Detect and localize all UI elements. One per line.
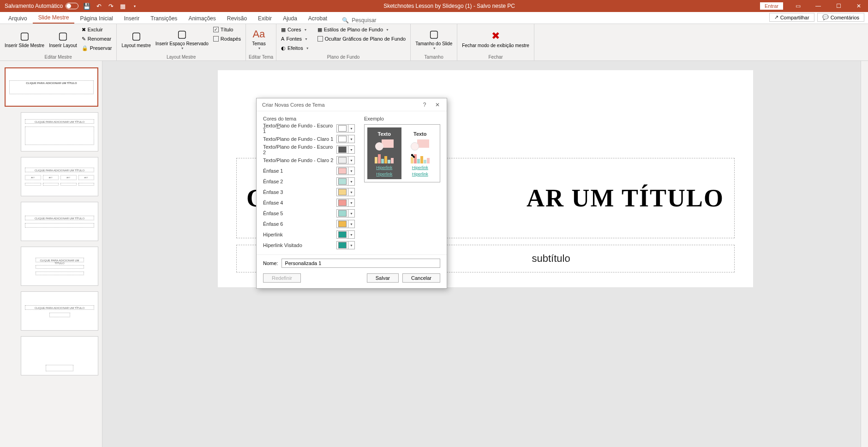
ocultar-checkbox[interactable]: Ocultar Gráficos de Plano de Fundo [316,34,407,43]
titlebar: Salvamento Automático 💾 ↶ ↷ ▦ ▾ Sketchno… [0,0,868,12]
color-dropdown-enfase4[interactable]: ▼ [336,199,355,207]
autosave-toggle[interactable]: Salvamento Automático [5,3,78,9]
layout-thumb-5[interactable]: CLIQUE PARA ADICIONAR UM TÍTULO [0,289,102,333]
layout-thumb-3[interactable]: CLIQUE PARA ADICIONAR UM TÍTULO [0,199,102,244]
redefinir-button[interactable]: Redefinir [263,273,301,283]
layout-thumb-4[interactable]: CLIQUE PARA ADICIONAR UM TÍTULO [0,244,102,289]
color-dropdown-enfase5[interactable]: ▼ [336,209,355,217]
row-label: Ênfase 6 [263,221,283,227]
master-thumb[interactable]: 1 CLIQUE PARA ADICIONAR UM TÍTULO [0,65,102,109]
rodapes-label: Rodapés [221,36,241,42]
layout-thumb-6[interactable] [0,333,102,378]
excluir-button[interactable]: ✖Excluir [80,25,114,34]
present-icon[interactable]: ▦ [119,2,126,10]
thumbnail-panel[interactable]: 1 CLIQUE PARA ADICIONAR UM TÍTULO CLIQUE… [0,61,102,447]
tab-animacoes[interactable]: Animações [183,13,221,24]
tab-exibir[interactable]: Exibir [252,13,277,24]
temas-label: Temas [252,41,265,47]
ribbon-tabs-right: ↗ Compartilhar 💬 Comentários [769,13,864,22]
preview-link-dark-2: Hiperlink [376,172,392,176]
autosave-label: Salvamento Automático [5,3,63,9]
inserir-slide-mestre-button[interactable]: ▢ Inserir Slide Mestre [3,25,46,54]
tab-pagina-inicial[interactable]: Página Inicial [74,13,118,24]
efeitos-button[interactable]: ◐Efeitos▼ [279,43,311,53]
chevron-down-icon: ▼ [348,231,354,238]
tab-slide-mestre[interactable]: Slide Mestre [33,12,75,24]
theme-colors-dialog: Criar Novas Cores de Tema ? ✕ Cores do t… [256,98,447,289]
signin-button[interactable]: Entrar [760,2,783,10]
minimize-icon[interactable]: — [809,0,827,12]
bar [417,159,420,163]
toggle-icon[interactable] [66,3,78,9]
color-dropdown-enfase1[interactable]: ▼ [336,167,355,175]
qat-more-icon[interactable]: ▾ [131,2,138,10]
temas-button[interactable]: Aa Temas ▼ [249,25,269,54]
titlebar-right: Entrar ▭ — ☐ ✕ [760,0,868,12]
slide-editor[interactable]: Cliqu ar um título subtítulo [102,61,868,447]
search-box[interactable]: 🔍 Pesquisar [342,17,376,24]
color-dropdown-escuro1[interactable]: ▼ [336,124,355,133]
layout-mestre-button[interactable]: ▢ Layout mestre [120,25,152,54]
tab-revisao[interactable]: Revisão [221,13,252,24]
preservar-button[interactable]: 🔒Preservar [80,43,114,53]
cancelar-button[interactable]: Cancelar [402,273,440,283]
renomear-button[interactable]: ✎Renomear [80,34,114,43]
color-swatch [338,125,347,132]
inserir-espaco-button[interactable]: ▢ Inserir Espaço Reservado ▼ [154,25,210,54]
titulo-checkbox[interactable]: Título [211,25,243,34]
dialog-titlebar[interactable]: Criar Novas Cores de Tema ? ✕ [257,98,447,111]
fontes-button[interactable]: AFontes▼ [279,34,311,43]
tab-transicoes[interactable]: Transições [145,13,183,24]
help-icon[interactable]: ? [418,99,431,110]
color-dropdown-hiperlink-visitado[interactable]: ▼ [336,241,355,249]
tab-inserir[interactable]: Inserir [119,13,145,24]
tab-acrobat[interactable]: Acrobat [303,13,333,24]
thumb-slide[interactable]: CLIQUE PARA ADICIONAR UM TÍTULO [21,202,98,241]
salvar-button[interactable]: Salvar [367,273,399,283]
bar [424,160,426,163]
thumb-slide[interactable]: CLIQUE PARA ADICIONAR UM TÍTULO [21,112,98,151]
color-dropdown-claro1[interactable]: ▼ [336,135,355,143]
row-label: Hiperlink [263,232,283,237]
color-dropdown-hiperlink[interactable]: ▼ [336,230,355,239]
cores-button[interactable]: ▦Cores▼ [279,25,311,34]
rodapes-checkbox[interactable]: Rodapés [211,34,243,43]
layout-thumb-2[interactable]: CLIQUE PARA ADICIONAR UM TÍTULO AKT AKT … [0,154,102,199]
fechar-modo-button[interactable]: ✖ Fechar modo de exibição mestre [460,25,531,54]
ribbon-options-icon[interactable]: ▭ [789,0,807,12]
color-dropdown-enfase6[interactable]: ▼ [336,220,355,228]
tab-arquivo[interactable]: Arquivo [3,13,33,24]
close-icon[interactable]: ✕ [850,0,868,12]
save-icon[interactable]: 💾 [83,2,90,10]
tamanho-slide-button[interactable]: ▢ Tamanho do Slide ▼ [413,25,454,54]
maximize-icon[interactable]: ☐ [829,0,848,12]
thumb-slide[interactable]: CLIQUE PARA ADICIONAR UM TÍTULO AKT AKT … [21,157,98,196]
dialog-close-icon[interactable]: ✕ [431,99,444,110]
thumb-slide-master[interactable]: CLIQUE PARA ADICIONAR UM TÍTULO [5,67,98,107]
search-placeholder: Pesquisar [352,17,376,24]
nome-input[interactable] [281,259,440,268]
color-dropdown-enfase3[interactable]: ▼ [336,188,355,196]
color-dropdown-escuro2[interactable]: ▼ [336,145,355,154]
layout-thumb-1[interactable]: CLIQUE PARA ADICIONAR UM TÍTULO [0,109,102,154]
vertical-scrollbar[interactable] [861,61,868,447]
thumb-slide[interactable]: CLIQUE PARA ADICIONAR UM TÍTULO [21,247,98,286]
chevron-down-icon: ▼ [348,167,354,175]
thumb-row: AKT AKT AKT AKT [25,175,94,180]
tab-ajuda[interactable]: Ajuda [277,13,303,24]
thumb-slide[interactable]: CLIQUE PARA ADICIONAR UM TÍTULO [21,291,98,331]
preview-chart-dark [375,152,394,163]
color-dropdown-claro2[interactable]: ▼ [336,156,355,164]
thumb-slide[interactable] [21,336,98,375]
color-dropdown-enfase2[interactable]: ▼ [336,177,355,186]
share-button[interactable]: ↗ Compartilhar [769,13,814,22]
estilos-button[interactable]: ▦Estilos de Plano de Fundo▼ [316,25,407,34]
inserir-layout-button[interactable]: ▢ Inserir Layout [47,25,79,54]
preview-link-light: Hiperlink [412,165,428,170]
fechar-modo-label: Fechar modo de exibição mestre [462,43,529,48]
redo-icon[interactable]: ↷ [107,2,114,10]
chevron-down-icon: ▼ [304,28,307,31]
comments-button[interactable]: 💬 Comentários [817,13,864,22]
cores-label: Cores [287,27,301,32]
undo-icon[interactable]: ↶ [95,2,102,10]
